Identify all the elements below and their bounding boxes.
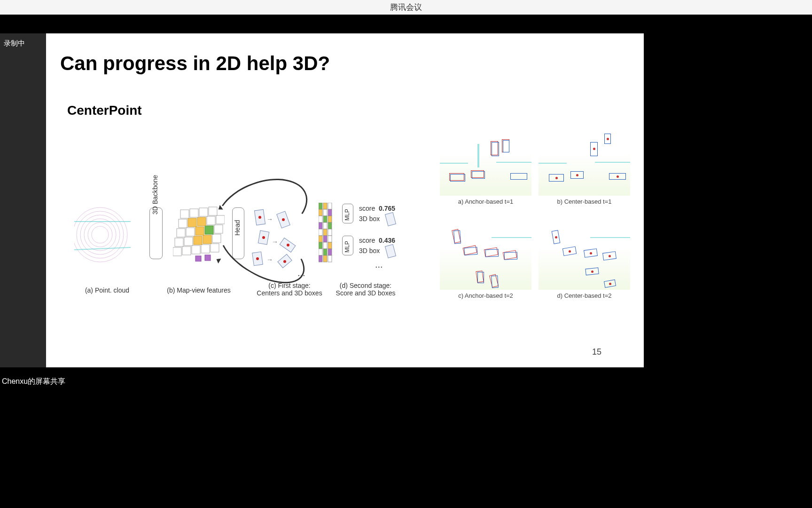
quad-label-a: a) Anchor-based t=1 [440,198,531,205]
app-title: 腾讯会议 [390,3,422,12]
presentation-slide: Can progress in 2D help 3D? CenterPoint … [46,33,644,367]
score-line-2: score 0.436 [359,237,395,244]
svg-rect-58 [328,229,332,236]
svg-rect-52 [323,249,327,255]
caption-c-line2: Centers and 3D boxes [252,289,327,297]
svg-rect-48 [323,222,327,229]
ellipsis-text-2: ... [375,259,383,270]
voxel-icon [173,205,225,262]
svg-rect-34 [195,256,201,262]
svg-rect-60 [328,242,332,249]
svg-rect-49 [323,229,327,236]
svg-rect-57 [328,222,332,229]
svg-rect-32 [199,208,208,216]
mlp-label-2: MLP [344,241,351,253]
svg-rect-12 [192,246,200,254]
quad-label-d: d) Center-based t=2 [539,292,630,299]
svg-rect-25 [179,219,187,228]
right-black-bar [644,15,812,388]
slide-subtitle: CenterPoint [67,103,644,118]
caption-b: (b) Map-view features [161,286,236,294]
panel-anchor-t1 [440,125,531,196]
svg-rect-22 [195,227,204,235]
caption-a: (a) Point. cloud [79,286,135,294]
score-value-2: 0.436 [379,237,395,244]
quad-label-b: b) Center-based t=1 [539,198,630,205]
svg-rect-37 [319,209,322,216]
svg-rect-10 [173,247,181,256]
svg-rect-28 [207,216,215,225]
feature-columns-icon [319,203,337,269]
panel-center-t2 [539,219,630,290]
svg-rect-36 [319,203,322,209]
svg-rect-20 [177,229,185,237]
svg-rect-33 [209,207,217,215]
panel-anchor-t2 [440,219,531,290]
svg-rect-15 [175,238,183,246]
svg-point-7 [94,229,106,240]
backbone-block [149,207,163,259]
svg-rect-39 [319,222,322,229]
svg-rect-45 [323,203,327,209]
comparison-quad-figure: a) Anchor-based t=1 b) Center-based t=1 [440,125,637,313]
svg-rect-53 [323,255,327,262]
screen-share-status: Chenxu的屏幕共享 [0,376,67,388]
svg-rect-46 [323,209,327,216]
box-label-2: 3D box [359,247,380,254]
svg-rect-35 [205,255,211,261]
svg-rect-27 [197,217,206,226]
output-box-icon-1 [385,212,396,226]
svg-rect-41 [319,236,322,242]
svg-rect-31 [190,209,198,217]
svg-rect-43 [319,249,322,255]
caption-c-line1: (c) First stage: [252,282,327,289]
svg-rect-21 [186,228,195,236]
backbone-label: 3D Backbone [151,172,159,214]
svg-rect-47 [323,216,327,222]
centerpoint-pipeline-figure: 3D Backbone [74,189,413,311]
box-label-1: 3D box [359,215,380,222]
sidebar: 录制中 [0,33,46,367]
panel-center-t1 [539,125,630,196]
svg-rect-51 [323,242,327,249]
slide-page-number: 15 [592,347,601,357]
svg-rect-23 [205,226,213,234]
caption-c: (c) First stage: Centers and 3D boxes [252,282,327,297]
svg-rect-13 [201,245,210,253]
bottom-black-area [0,367,812,508]
svg-rect-11 [182,246,191,255]
svg-rect-18 [203,235,211,244]
map-view-features-graphic [173,205,225,262]
window-title-bar: 腾讯会议 [0,0,812,15]
score-label-2: score [359,237,375,244]
svg-rect-26 [188,218,196,227]
svg-rect-44 [319,255,322,262]
slide-title: Can progress in 2D help 3D? [60,52,644,75]
caption-d-line2: Score and 3D boxes [328,289,403,297]
svg-rect-59 [328,236,332,242]
svg-rect-42 [319,242,322,249]
svg-rect-14 [211,244,219,252]
caption-d: (d) Second stage: Score and 3D boxes [328,282,403,297]
output-box-icon-2 [385,244,396,258]
svg-rect-61 [328,249,332,255]
recording-status: 录制中 [0,33,46,54]
svg-rect-40 [319,229,322,236]
svg-rect-62 [328,255,332,262]
point-cloud-graphic [74,203,131,264]
point-features-graphic [319,203,337,264]
svg-rect-56 [328,216,332,222]
score-value-1: 0.765 [379,205,395,212]
svg-rect-30 [180,210,189,218]
quad-label-c: c) Anchor-based t=2 [440,292,531,299]
score-line-1: score 0.765 [359,205,395,212]
svg-rect-16 [184,237,193,246]
score-label: score [359,205,375,212]
caption-d-line1: (d) Second stage: [328,282,403,289]
svg-rect-55 [328,209,332,216]
mlp-label-1: MLP [344,209,351,221]
svg-rect-38 [319,216,322,222]
centers-and-boxes-graphic: → → → ... [250,205,316,271]
svg-line-9 [74,247,131,250]
ellipsis-text: ... [297,268,305,278]
